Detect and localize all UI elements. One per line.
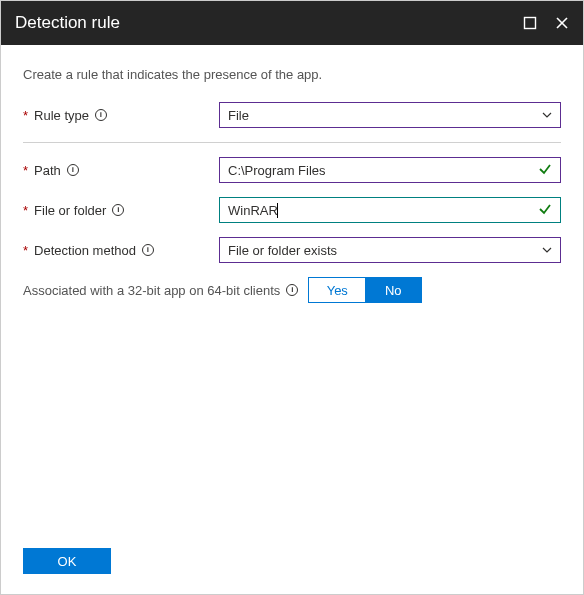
required-asterisk: *: [23, 163, 28, 178]
detection-method-control: File or folder exists: [219, 237, 561, 263]
file-or-folder-row: * File or folder i WinRAR: [23, 197, 561, 223]
path-input[interactable]: C:\Program Files: [219, 157, 561, 183]
rule-type-row: * Rule type i File: [23, 102, 561, 128]
associated-32-toggle: Yes No: [308, 277, 422, 303]
path-label: * Path i: [23, 163, 219, 178]
panel-header: Detection rule: [1, 1, 583, 45]
path-label-text: Path: [34, 163, 61, 178]
toggle-yes[interactable]: Yes: [309, 278, 365, 302]
detection-method-select[interactable]: File or folder exists: [219, 237, 561, 263]
path-row: * Path i C:\Program Files: [23, 157, 561, 183]
header-actions: [523, 16, 569, 30]
chevron-down-icon: [542, 112, 552, 118]
close-icon[interactable]: [555, 16, 569, 30]
ok-button[interactable]: OK: [23, 548, 111, 574]
associated-32-row: Associated with a 32-bit app on 64-bit c…: [23, 277, 561, 303]
checkmark-icon: [538, 202, 552, 219]
panel-title: Detection rule: [15, 13, 523, 33]
chevron-down-icon: [542, 247, 552, 253]
info-icon[interactable]: i: [95, 109, 107, 121]
panel-content: Create a rule that indicates the presenc…: [1, 45, 583, 534]
required-asterisk: *: [23, 243, 28, 258]
info-icon[interactable]: i: [142, 244, 154, 256]
rule-type-select[interactable]: File: [219, 102, 561, 128]
detection-method-label: * Detection method i: [23, 243, 219, 258]
rule-type-label: * Rule type i: [23, 108, 219, 123]
svg-rect-0: [525, 18, 536, 29]
description-text: Create a rule that indicates the presenc…: [23, 67, 561, 82]
toggle-no[interactable]: No: [365, 278, 421, 302]
rule-type-label-text: Rule type: [34, 108, 89, 123]
file-or-folder-label-text: File or folder: [34, 203, 106, 218]
file-or-folder-control: WinRAR: [219, 197, 561, 223]
maximize-icon[interactable]: [523, 16, 537, 30]
required-asterisk: *: [23, 108, 28, 123]
checkmark-icon: [538, 162, 552, 179]
associated-32-label: Associated with a 32-bit app on 64-bit c…: [23, 283, 298, 298]
path-control: C:\Program Files: [219, 157, 561, 183]
file-or-folder-label: * File or folder i: [23, 203, 219, 218]
divider: [23, 142, 561, 143]
text-cursor: [277, 203, 278, 218]
info-icon[interactable]: i: [67, 164, 79, 176]
info-icon[interactable]: i: [286, 284, 298, 296]
rule-type-value: File: [228, 108, 542, 123]
detection-method-value: File or folder exists: [228, 243, 542, 258]
rule-type-control: File: [219, 102, 561, 128]
file-or-folder-value: WinRAR: [228, 203, 538, 218]
file-or-folder-input[interactable]: WinRAR: [219, 197, 561, 223]
associated-32-label-text: Associated with a 32-bit app on 64-bit c…: [23, 283, 280, 298]
path-value: C:\Program Files: [228, 163, 538, 178]
required-asterisk: *: [23, 203, 28, 218]
info-icon[interactable]: i: [112, 204, 124, 216]
panel-footer: OK: [1, 534, 583, 594]
detection-method-row: * Detection method i File or folder exis…: [23, 237, 561, 263]
detection-method-label-text: Detection method: [34, 243, 136, 258]
